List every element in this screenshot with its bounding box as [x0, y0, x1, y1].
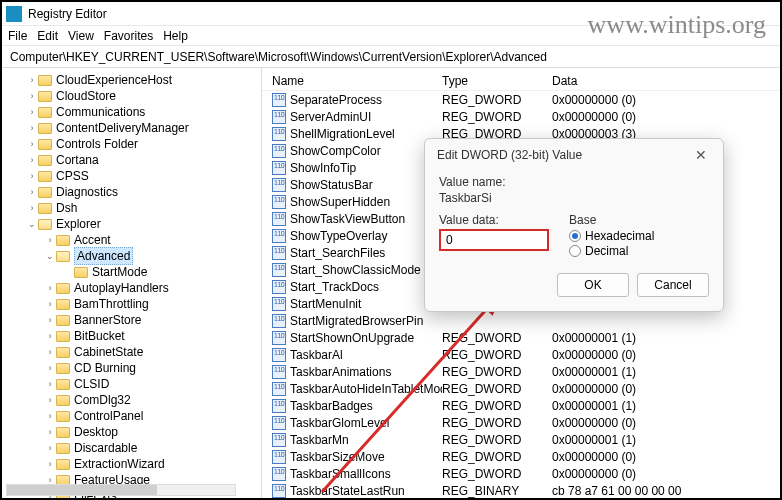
close-icon[interactable]: ✕: [691, 147, 711, 163]
tree-node[interactable]: ⌄ Advanced: [44, 248, 261, 264]
tree-node[interactable]: › Communications: [26, 104, 261, 120]
value-name-field[interactable]: [439, 191, 709, 205]
value-name: SeparateProcess: [290, 93, 382, 107]
chevron-icon[interactable]: ›: [44, 456, 56, 472]
list-item[interactable]: TaskbarStateLastRun REG_BINARY cb 78 a7 …: [272, 482, 780, 498]
menu-file[interactable]: File: [8, 29, 27, 43]
tree-node[interactable]: › CloudStore: [26, 88, 261, 104]
reg-dword-icon: [272, 127, 286, 141]
tree-node[interactable]: › ControlPanel: [44, 408, 261, 424]
reg-dword-icon: [272, 484, 286, 498]
tree-node[interactable]: › BannerStore: [44, 312, 261, 328]
value-type: REG_DWORD: [442, 365, 552, 379]
list-item[interactable]: TaskbarMn REG_DWORD 0x00000001 (1): [272, 431, 780, 448]
tree-node[interactable]: › Cortana: [26, 152, 261, 168]
tree-node[interactable]: › CabinetState: [44, 344, 261, 360]
chevron-icon[interactable]: ›: [26, 104, 38, 120]
list-item[interactable]: TaskbarSizeMove REG_DWORD 0x00000000 (0): [272, 448, 780, 465]
value-data: 0x00000001 (1): [552, 433, 780, 447]
folder-icon: [38, 203, 52, 214]
list-item[interactable]: TaskbarAl REG_DWORD 0x00000000 (0): [272, 346, 780, 363]
list-item[interactable]: ServerAdminUI REG_DWORD 0x00000000 (0): [272, 108, 780, 125]
chevron-icon[interactable]: ›: [44, 328, 56, 344]
col-data[interactable]: Data: [552, 74, 772, 88]
chevron-icon[interactable]: ›: [44, 360, 56, 376]
list-item[interactable]: TaskbarBadges REG_DWORD 0x00000001 (1): [272, 397, 780, 414]
address-input[interactable]: [8, 49, 774, 65]
menu-favorites[interactable]: Favorites: [104, 29, 153, 43]
tree-scrollbar[interactable]: [6, 484, 236, 496]
radio-decimal[interactable]: Decimal: [569, 244, 654, 258]
ok-button[interactable]: OK: [557, 273, 629, 297]
chevron-icon[interactable]: ›: [44, 312, 56, 328]
chevron-icon[interactable]: ⌄: [26, 216, 38, 232]
reg-dword-icon: [272, 195, 286, 209]
list-item[interactable]: TaskbarAutoHideInTabletMode REG_DWORD 0x…: [272, 380, 780, 397]
tree-node[interactable]: › BamThrottling: [44, 296, 261, 312]
chevron-icon[interactable]: ›: [44, 296, 56, 312]
tree-node[interactable]: › ComDlg32: [44, 392, 261, 408]
tree-node[interactable]: › AutoplayHandlers: [44, 280, 261, 296]
column-headers[interactable]: Name Type Data: [262, 68, 780, 91]
col-type[interactable]: Type: [442, 74, 552, 88]
chevron-icon[interactable]: ›: [26, 120, 38, 136]
tree-node[interactable]: ⌄ Explorer: [26, 216, 261, 232]
list-item[interactable]: TaskbarGlomLevel REG_DWORD 0x00000000 (0…: [272, 414, 780, 431]
list-item[interactable]: TaskbarAnimations REG_DWORD 0x00000001 (…: [272, 363, 780, 380]
chevron-icon[interactable]: ›: [26, 72, 38, 88]
chevron-icon[interactable]: ›: [44, 280, 56, 296]
list-item[interactable]: SeparateProcess REG_DWORD 0x00000000 (0): [272, 91, 780, 108]
chevron-icon[interactable]: ›: [26, 136, 38, 152]
chevron-icon[interactable]: ›: [26, 168, 38, 184]
tree-node[interactable]: › CD Burning: [44, 360, 261, 376]
value-type: REG_DWORD: [442, 450, 552, 464]
tree-node[interactable]: › ExtractionWizard: [44, 456, 261, 472]
edit-dword-dialog: Edit DWORD (32-bit) Value ✕ Value name: …: [424, 138, 724, 312]
chevron-icon[interactable]: ›: [26, 200, 38, 216]
chevron-icon[interactable]: ›: [26, 184, 38, 200]
tree-node[interactable]: › Desktop: [44, 424, 261, 440]
menu-view[interactable]: View: [68, 29, 94, 43]
chevron-icon[interactable]: ›: [26, 88, 38, 104]
value-data-field[interactable]: [439, 229, 549, 251]
value-data-label: Value data:: [439, 213, 549, 227]
tree-node[interactable]: › Dsh: [26, 200, 261, 216]
chevron-icon[interactable]: ›: [44, 344, 56, 360]
chevron-icon[interactable]: ›: [44, 424, 56, 440]
tree-node[interactable]: › Controls Folder: [26, 136, 261, 152]
tree-label: Desktop: [74, 424, 118, 440]
tree-node[interactable]: StartMode: [62, 264, 261, 280]
tree-node[interactable]: › BitBucket: [44, 328, 261, 344]
tree-node[interactable]: › Discardable: [44, 440, 261, 456]
chevron-icon[interactable]: ›: [44, 232, 56, 248]
addressbar: [2, 46, 780, 68]
folder-icon: [38, 123, 52, 134]
value-name: ShowCompColor: [290, 144, 381, 158]
menu-help[interactable]: Help: [163, 29, 188, 43]
reg-dword-icon: [272, 297, 286, 311]
reg-dword-icon: [272, 178, 286, 192]
chevron-icon[interactable]: ›: [44, 440, 56, 456]
cancel-button[interactable]: Cancel: [637, 273, 709, 297]
list-item[interactable]: StartMigratedBrowserPin: [272, 312, 780, 329]
menu-edit[interactable]: Edit: [37, 29, 58, 43]
chevron-icon[interactable]: ›: [44, 392, 56, 408]
chevron-icon[interactable]: ⌄: [44, 248, 56, 264]
tree-node[interactable]: › CPSS: [26, 168, 261, 184]
tree-node[interactable]: › CLSID: [44, 376, 261, 392]
chevron-icon[interactable]: ›: [44, 408, 56, 424]
tree-node[interactable]: › ContentDeliveryManager: [26, 120, 261, 136]
col-name[interactable]: Name: [272, 74, 442, 88]
tree-node[interactable]: › Accent: [44, 232, 261, 248]
tree-panel[interactable]: › CloudExperienceHost › CloudStore › Com…: [2, 68, 262, 498]
list-item[interactable]: TaskbarSmallIcons REG_DWORD 0x00000000 (…: [272, 465, 780, 482]
folder-icon: [56, 347, 70, 358]
tree-node[interactable]: › Diagnostics: [26, 184, 261, 200]
list-item[interactable]: StartShownOnUpgrade REG_DWORD 0x00000001…: [272, 329, 780, 346]
value-type: REG_DWORD: [442, 467, 552, 481]
value-type: REG_DWORD: [442, 348, 552, 362]
radio-hexadecimal[interactable]: Hexadecimal: [569, 229, 654, 243]
tree-node[interactable]: › CloudExperienceHost: [26, 72, 261, 88]
chevron-icon[interactable]: ›: [26, 152, 38, 168]
chevron-icon[interactable]: ›: [44, 376, 56, 392]
